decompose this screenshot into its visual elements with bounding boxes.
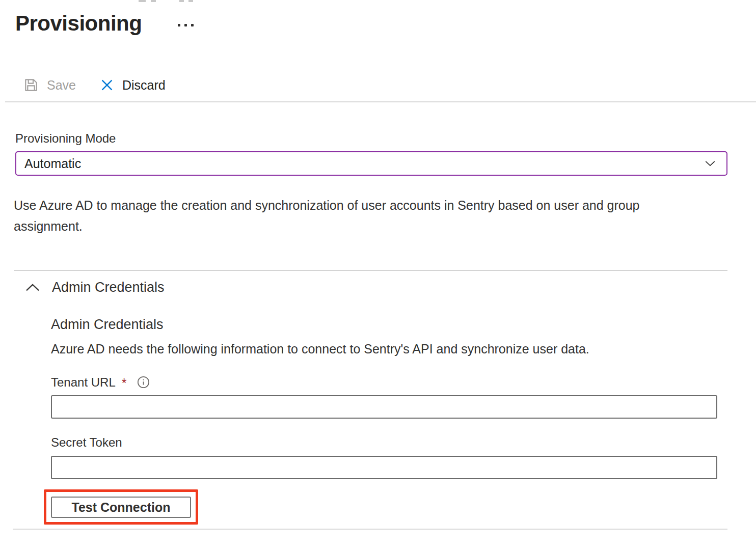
provisioning-mode-description: Use Azure AD to manage the creation and …: [14, 195, 681, 237]
chevron-down-icon: [703, 156, 717, 171]
provisioning-page: Provisioning Save Discard Provisioning M…: [0, 0, 756, 549]
admin-credentials-section-title: Admin Credentials: [52, 280, 165, 295]
command-bar: Save Discard: [23, 72, 166, 98]
provisioning-mode-label: Provisioning Mode: [15, 131, 116, 146]
secret-token-label: Secret Token: [51, 435, 122, 450]
toolbar-divider: [5, 101, 756, 102]
admin-credentials-section-toggle[interactable]: Admin Credentials: [24, 280, 165, 295]
floppy-disk-icon: [23, 77, 39, 93]
cropped-breadcrumb-remnant: [188, 0, 193, 2]
secret-token-input[interactable]: [51, 456, 717, 479]
save-button-label: Save: [47, 78, 76, 93]
cropped-breadcrumb-remnant: [139, 0, 146, 2]
provisioning-mode-dropdown[interactable]: Automatic: [15, 151, 727, 176]
info-circle-icon[interactable]: [137, 375, 150, 389]
section-divider: [14, 270, 727, 271]
discard-button[interactable]: Discard: [99, 77, 166, 93]
admin-credentials-heading: Admin Credentials: [51, 317, 164, 333]
x-mark-icon: [99, 77, 115, 93]
test-connection-button[interactable]: Test Connection: [51, 497, 191, 518]
provisioning-mode-value: Automatic: [24, 156, 81, 171]
cropped-breadcrumb-remnant: [179, 0, 184, 2]
admin-credentials-description: Azure AD needs the following information…: [51, 342, 589, 356]
discard-button-label: Discard: [122, 78, 166, 93]
tenant-url-label-row: Tenant URL *: [51, 375, 150, 390]
required-marker: *: [122, 376, 127, 391]
save-button[interactable]: Save: [23, 77, 76, 93]
more-options-icon[interactable]: [178, 24, 194, 26]
chevron-up-icon: [24, 282, 41, 294]
tenant-url-label: Tenant URL: [51, 375, 116, 390]
cropped-breadcrumb-remnant: [151, 0, 156, 2]
tenant-url-input[interactable]: [51, 395, 717, 419]
bottom-divider: [13, 529, 727, 530]
page-title: Provisioning: [15, 11, 142, 36]
